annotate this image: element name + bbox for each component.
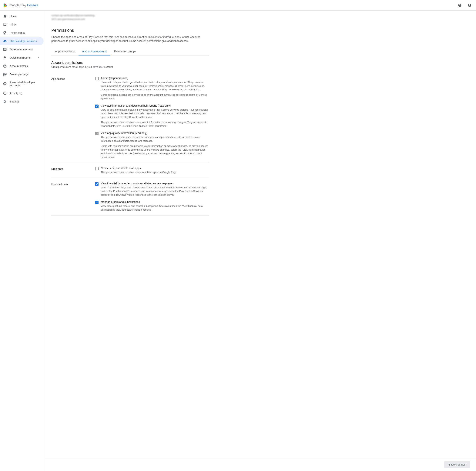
perm-admin-name: Admin (all permissions) xyxy=(101,77,209,80)
checkbox-view-app-info[interactable] xyxy=(95,104,99,108)
checkbox-view-app-info-icon xyxy=(96,105,98,107)
sidebar-item-orders[interactable]: Order management xyxy=(0,45,44,54)
account-permissions-section: Account permissions Grant permissions fo… xyxy=(51,61,209,216)
sidebar-item-inbox-label: Inbox xyxy=(10,23,16,26)
help-button[interactable] xyxy=(456,2,463,9)
sidebar-item-reports[interactable]: Download reports xyxy=(0,54,44,62)
sidebar-item-users[interactable]: Users and permissions xyxy=(0,37,44,45)
orders-icon xyxy=(3,48,7,51)
save-changes-button[interactable]: Save changes xyxy=(444,461,470,468)
perm-view-app-info-desc: View all app information, including any … xyxy=(101,108,209,128)
settings-icon xyxy=(3,100,7,103)
perm-draft-apps-desc: This permission does not allow users to … xyxy=(101,170,209,174)
sidebar-item-policy[interactable]: Policy status xyxy=(0,29,44,37)
checkbox-admin-icon xyxy=(96,78,98,80)
permission-item-admin: Admin (all permissions) Users with this … xyxy=(95,77,209,101)
sidebar-item-users-label: Users and permissions xyxy=(10,40,37,43)
checkbox-draft-apps[interactable] xyxy=(95,167,99,170)
checkbox-admin[interactable] xyxy=(95,77,99,80)
logo-text: Google Play Console xyxy=(10,4,38,7)
perm-admin-desc: Users with this permission get all other… xyxy=(101,80,209,101)
checkbox-draft-apps-icon xyxy=(96,168,98,170)
category-label-financial: Financial data xyxy=(51,182,89,212)
user-info-bar: contact-ap-verification@prod-marketing- … xyxy=(45,11,476,23)
perm-draft-apps-name: Create, edit, and delete draft apps xyxy=(101,167,209,170)
footer-spacer xyxy=(45,220,476,235)
sidebar-item-inbox[interactable]: Inbox xyxy=(0,20,44,29)
checkbox-view-financial[interactable] xyxy=(95,182,99,186)
developer-icon xyxy=(3,72,7,76)
page-footer: Save changes xyxy=(45,458,476,471)
inbox-icon xyxy=(3,23,7,26)
sidebar-item-account-label: Account details xyxy=(10,65,28,67)
perm-manage-orders-desc: View orders, refund orders, and cancel s… xyxy=(101,204,209,212)
content-area: Permissions Choose the apps and areas of… xyxy=(45,23,215,220)
sidebar-item-settings-label: Settings xyxy=(10,100,19,103)
download-icon xyxy=(3,56,7,60)
permission-items-app-access: Admin (all permissions) Users with this … xyxy=(95,77,209,159)
permission-row-app-access: App access Admin (all permissions) xyxy=(51,73,209,163)
google-play-logo-icon xyxy=(3,3,8,8)
user-email: contact-ap-verification@prod-marketing- … xyxy=(51,14,470,21)
section-subtitle: Grant permissions for all apps in your d… xyxy=(51,66,209,68)
home-icon xyxy=(3,14,7,18)
tab-permission-groups[interactable]: Permission groups xyxy=(110,48,140,55)
activity-icon xyxy=(3,91,7,95)
tab-app-permissions[interactable]: App permissions xyxy=(51,48,79,55)
main-content: contact-ap-verification@prod-marketing- … xyxy=(45,11,476,471)
permission-items-draft-apps: Create, edit, and delete draft apps This… xyxy=(95,167,209,174)
sidebar-item-developer-label: Developer page xyxy=(10,73,29,76)
permission-item-view-financial: View financial data, orders, and cancell… xyxy=(95,182,209,197)
expand-reports-icon xyxy=(37,56,41,60)
sidebar-item-reports-label: Download reports xyxy=(10,56,31,59)
sidebar-item-settings[interactable]: Settings xyxy=(0,97,44,106)
app-layout: Home Inbox Policy status Users and permi… xyxy=(0,11,476,471)
header-actions xyxy=(456,2,473,9)
permission-item-view-quality: View app quality information (read-only)… xyxy=(95,132,209,159)
checkbox-manage-orders[interactable] xyxy=(95,201,99,204)
account-details-icon xyxy=(3,64,7,68)
perm-view-app-info-name: View app information and download bulk r… xyxy=(101,104,209,107)
page-title: Permissions xyxy=(51,28,209,33)
permission-item-view-app-info: View app information and download bulk r… xyxy=(95,104,209,128)
sidebar-item-home[interactable]: Home xyxy=(0,12,44,20)
checkbox-view-quality[interactable] xyxy=(95,132,99,135)
category-label-draft-apps: Draft apps xyxy=(51,167,89,174)
permission-row-financial: Financial data View financial data, orde… xyxy=(51,178,209,216)
sidebar-item-home-label: Home xyxy=(10,15,17,18)
checkbox-manage-orders-icon xyxy=(96,201,98,204)
perm-manage-orders-name: Manage orders and subscriptions xyxy=(101,201,209,203)
permission-item-manage-orders: Manage orders and subscriptions View ord… xyxy=(95,201,209,212)
tab-account-permissions[interactable]: Account permissions xyxy=(79,48,110,55)
sidebar-item-orders-label: Order management xyxy=(10,48,33,51)
tabs-container: App permissions Account permissions Perm… xyxy=(51,48,209,55)
account-button[interactable] xyxy=(466,2,473,9)
section-title: Account permissions xyxy=(51,61,209,65)
sidebar-item-associated[interactable]: Associated developer accounts xyxy=(0,79,44,89)
header-logo: Google Play Console xyxy=(3,3,38,8)
user-email-line2: 1671.iam.gserviceaccount.com xyxy=(51,17,470,21)
category-label-app-access: App access xyxy=(51,77,89,159)
sidebar-item-developer[interactable]: Developer page xyxy=(0,70,44,79)
sidebar: Home Inbox Policy status Users and permi… xyxy=(0,11,45,471)
sidebar-item-policy-label: Policy status xyxy=(10,31,25,34)
associated-icon xyxy=(3,82,7,86)
perm-view-financial-desc: View financial reports, sales reports, a… xyxy=(101,186,209,197)
permission-item-draft-apps: Create, edit, and delete draft apps This… xyxy=(95,167,209,174)
checkbox-view-quality-icon xyxy=(96,133,98,135)
policy-icon xyxy=(3,31,7,35)
page-description: Choose the apps and areas of Play Consol… xyxy=(51,35,209,43)
sidebar-item-activity[interactable]: Activity log xyxy=(0,89,44,97)
sidebar-item-account[interactable]: Account details xyxy=(0,62,44,70)
sidebar-item-activity-label: Activity log xyxy=(10,92,22,95)
permission-row-draft-apps: Draft apps Create, edit, and delete draf… xyxy=(51,163,209,178)
permission-items-financial: View financial data, orders, and cancell… xyxy=(95,182,209,212)
checkbox-view-financial-icon xyxy=(96,183,98,185)
user-email-line1: contact-ap-verification@prod-marketing- xyxy=(51,14,470,17)
perm-view-financial-name: View financial data, orders, and cancell… xyxy=(101,182,209,185)
perm-view-quality-name: View app quality information (read-only) xyxy=(101,132,209,135)
sidebar-item-associated-label: Associated developer accounts xyxy=(10,81,41,87)
perm-view-quality-desc: This permission allows users to view And… xyxy=(101,135,209,159)
users-icon xyxy=(3,39,7,43)
app-header: Google Play Console xyxy=(0,0,476,11)
